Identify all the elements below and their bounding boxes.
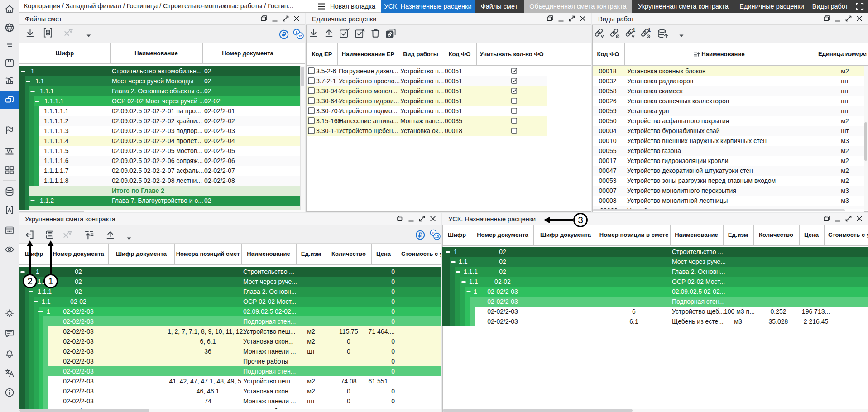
svg-text:8: 8 [432,231,434,235]
svg-text:15: 15 [435,235,439,239]
svg-text:1: 1 [648,28,651,33]
svg-text:1: 1 [633,28,635,33]
svg-text:15: 15 [298,34,302,38]
svg-text:8: 8 [296,30,297,34]
